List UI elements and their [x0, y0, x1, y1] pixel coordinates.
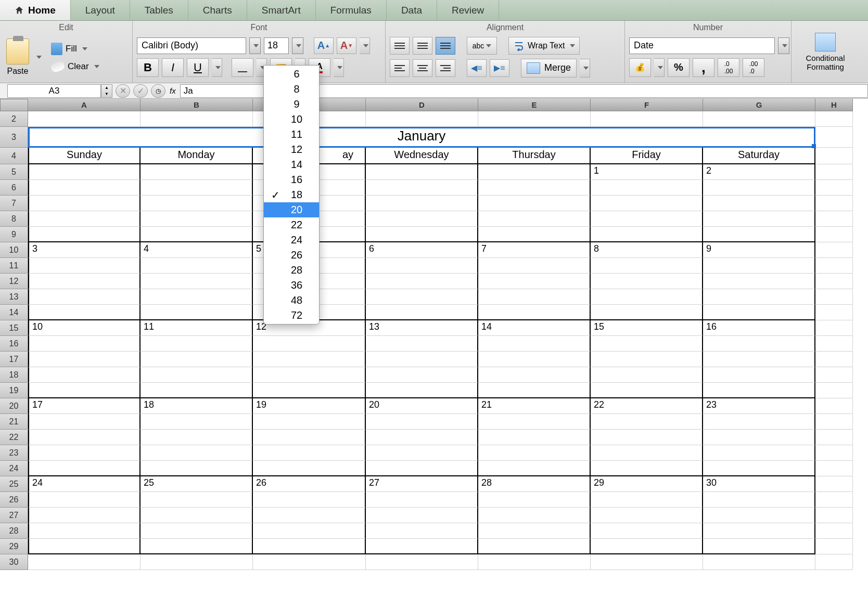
- cell[interactable]: [28, 258, 141, 274]
- cell[interactable]: [366, 164, 478, 180]
- cell[interactable]: [703, 111, 815, 127]
- cell[interactable]: [591, 492, 703, 508]
- cell[interactable]: [815, 554, 853, 570]
- cell[interactable]: [703, 258, 815, 274]
- cell[interactable]: [478, 211, 591, 227]
- decrease-indent-button[interactable]: ◀≡: [467, 59, 487, 77]
- cell[interactable]: [366, 289, 478, 305]
- cell[interactable]: 1: [591, 164, 703, 180]
- cell[interactable]: [478, 461, 591, 476]
- cell[interactable]: 11: [141, 320, 253, 336]
- cell[interactable]: 25: [141, 476, 253, 492]
- currency-split[interactable]: [654, 58, 665, 77]
- cell[interactable]: [253, 430, 366, 445]
- cell[interactable]: [703, 336, 815, 352]
- cell[interactable]: [141, 445, 253, 461]
- row-header-3[interactable]: 3: [0, 127, 28, 148]
- month-title-cell[interactable]: January: [28, 127, 815, 148]
- cell[interactable]: [815, 492, 853, 508]
- cell[interactable]: 2: [703, 164, 815, 180]
- cell[interactable]: 16: [703, 320, 815, 336]
- row-header-29[interactable]: 29: [0, 539, 28, 554]
- cell[interactable]: [366, 274, 478, 289]
- cell[interactable]: [253, 554, 366, 570]
- cell[interactable]: [703, 211, 815, 227]
- cell[interactable]: Friday: [591, 148, 703, 164]
- cell[interactable]: [366, 336, 478, 352]
- cell[interactable]: [591, 336, 703, 352]
- cell[interactable]: [366, 445, 478, 461]
- cell[interactable]: [28, 352, 141, 367]
- cell[interactable]: [815, 430, 853, 445]
- name-box-stepper[interactable]: ▲▼: [101, 84, 112, 98]
- cell[interactable]: [28, 445, 141, 461]
- cell[interactable]: [703, 492, 815, 508]
- number-format-select[interactable]: Date: [629, 37, 775, 54]
- cell[interactable]: [253, 336, 366, 352]
- tab-layout[interactable]: Layout: [71, 0, 130, 20]
- cell[interactable]: [703, 554, 815, 570]
- cell[interactable]: [815, 352, 853, 367]
- cell[interactable]: 6: [366, 242, 478, 258]
- cell[interactable]: [591, 554, 703, 570]
- cell[interactable]: [366, 258, 478, 274]
- increase-decimal-button[interactable]: .0.00: [718, 58, 739, 77]
- cell[interactable]: [591, 445, 703, 461]
- cell[interactable]: [253, 508, 366, 523]
- cell[interactable]: Monday: [141, 148, 253, 164]
- cell[interactable]: [815, 242, 853, 258]
- cell[interactable]: [703, 367, 815, 383]
- cell[interactable]: [591, 305, 703, 320]
- cell[interactable]: Thursday: [478, 148, 591, 164]
- cell[interactable]: [28, 211, 141, 227]
- cell[interactable]: [366, 383, 478, 398]
- font-size-option-11[interactable]: 11: [264, 127, 319, 142]
- cell[interactable]: [28, 430, 141, 445]
- row-header-23[interactable]: 23: [0, 445, 28, 461]
- cell[interactable]: [591, 352, 703, 367]
- cell[interactable]: [703, 508, 815, 523]
- cell[interactable]: [591, 523, 703, 539]
- cell[interactable]: [253, 539, 366, 554]
- font-size-option-14[interactable]: 14: [264, 157, 319, 172]
- font-size-option-24[interactable]: 24: [264, 232, 319, 248]
- cell[interactable]: [478, 367, 591, 383]
- cell[interactable]: [703, 180, 815, 196]
- cell[interactable]: [478, 196, 591, 211]
- cell[interactable]: [703, 352, 815, 367]
- cell[interactable]: [141, 111, 253, 127]
- font-size-option-8[interactable]: 8: [264, 82, 319, 97]
- merge-split[interactable]: [580, 59, 590, 77]
- cell[interactable]: [591, 196, 703, 211]
- col-header-H[interactable]: H: [815, 99, 853, 111]
- tab-home[interactable]: Home: [0, 0, 71, 20]
- tab-smartart[interactable]: SmartArt: [247, 0, 316, 20]
- cell[interactable]: [591, 367, 703, 383]
- tab-data[interactable]: Data: [387, 0, 437, 20]
- row-header-10[interactable]: 10: [0, 242, 28, 258]
- orientation-button[interactable]: abc: [467, 37, 497, 55]
- cell[interactable]: 14: [478, 320, 591, 336]
- cell[interactable]: Wednesday: [366, 148, 478, 164]
- cell[interactable]: [815, 523, 853, 539]
- cell[interactable]: [141, 523, 253, 539]
- cell[interactable]: 23: [703, 398, 815, 414]
- cell[interactable]: [815, 398, 853, 414]
- cell[interactable]: [815, 258, 853, 274]
- cell[interactable]: [591, 180, 703, 196]
- row-header-15[interactable]: 15: [0, 320, 28, 336]
- cell[interactable]: [28, 508, 141, 523]
- cell[interactable]: [28, 111, 141, 127]
- italic-button[interactable]: I: [162, 58, 184, 77]
- cell[interactable]: [366, 111, 478, 127]
- cell[interactable]: [253, 367, 366, 383]
- row-header-8[interactable]: 8: [0, 211, 28, 227]
- cell[interactable]: [591, 274, 703, 289]
- align-left-button[interactable]: [390, 59, 410, 77]
- col-header-G[interactable]: G: [703, 99, 815, 111]
- cell[interactable]: [703, 445, 815, 461]
- cell[interactable]: [478, 383, 591, 398]
- cell[interactable]: 4: [141, 242, 253, 258]
- cell[interactable]: [366, 180, 478, 196]
- row-header-25[interactable]: 25: [0, 476, 28, 492]
